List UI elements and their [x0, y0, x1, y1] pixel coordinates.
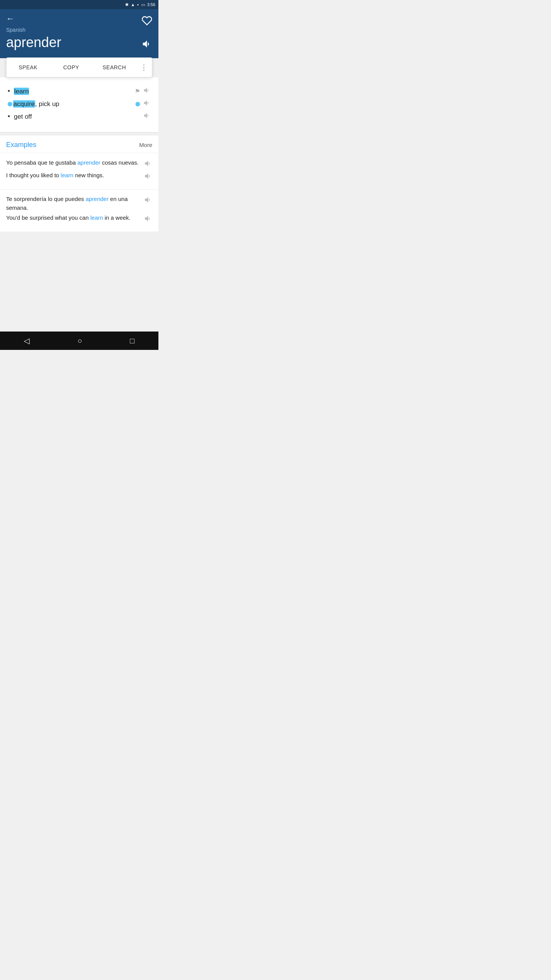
- example-english-row-2: You'd be surprised what you can learn in…: [6, 214, 152, 225]
- translation-item-2: acquire, pick up: [8, 99, 151, 109]
- speaker-button-2[interactable]: [143, 99, 151, 109]
- example-speaker-2b[interactable]: [144, 214, 152, 225]
- example-spanish-text-1: Yo pensaba que te gustaba aprender cosas…: [6, 158, 141, 167]
- example-spanish-row-1: Yo pensaba que te gustaba aprender cosas…: [6, 158, 152, 170]
- example-english-text-2: You'd be surprised what you can learn in…: [6, 214, 141, 222]
- speak-button[interactable]: SPEAK: [7, 59, 50, 76]
- header: ← Spanish aprender: [0, 9, 158, 58]
- translations-card: • learn ⚑ acquire, pick up: [0, 77, 158, 132]
- example-english-row-1: I thought you liked to learn new things.: [6, 171, 152, 182]
- search-button[interactable]: SEARCH: [93, 59, 136, 76]
- bullet-1: •: [8, 87, 10, 95]
- bluetooth-icon: ✱: [125, 2, 129, 7]
- copy-button[interactable]: COPY: [50, 59, 93, 76]
- bullet-3: •: [8, 113, 10, 121]
- example-speaker-1a[interactable]: [144, 159, 152, 170]
- example-spanish-row-2: Te sorprendería lo que puedes aprender e…: [6, 195, 152, 212]
- flag-icon-1: ⚑: [135, 88, 140, 95]
- translation-item-1: • learn ⚑: [8, 87, 151, 96]
- translation-text-1: learn: [14, 88, 132, 95]
- nav-recents-button[interactable]: □: [130, 336, 134, 345]
- signal-icon: ▪: [137, 2, 139, 7]
- highlight-aprender-2: aprender: [86, 196, 109, 202]
- speaker-button-1[interactable]: [143, 87, 151, 96]
- nav-home-button[interactable]: ○: [77, 336, 82, 345]
- translation-text-2: acquire, pick up: [13, 100, 135, 108]
- examples-header: Examples More: [0, 136, 158, 153]
- selection-handle-right: [135, 102, 140, 106]
- example-item-1: Yo pensaba que te gustaba aprender cosas…: [0, 153, 158, 189]
- examples-section: Examples More Yo pensaba que te gustaba …: [0, 136, 158, 232]
- highlight-learn-1: learn: [61, 172, 73, 178]
- highlight-learn-2: learn: [90, 214, 103, 221]
- selected-text-learn: learn: [14, 88, 29, 95]
- selected-text-acquire: acquire: [13, 100, 35, 108]
- heart-button[interactable]: [142, 15, 152, 29]
- battery-icon: ▭: [141, 2, 145, 7]
- nav-back-button[interactable]: ◁: [24, 336, 29, 345]
- translation-text-3: get off: [14, 113, 140, 121]
- speaker-button-3[interactable]: [143, 112, 151, 121]
- more-options-button[interactable]: ⋮: [136, 58, 152, 77]
- bottom-nav: ◁ ○ □: [0, 332, 158, 350]
- example-spanish-text-2: Te sorprendería lo que puedes aprender e…: [6, 195, 141, 212]
- wifi-icon: ▲: [131, 2, 135, 7]
- example-item-2: Te sorprendería lo que puedes aprender e…: [0, 189, 158, 232]
- examples-title: Examples: [6, 141, 36, 149]
- header-speaker-button[interactable]: [142, 39, 152, 52]
- example-speaker-2a[interactable]: [144, 196, 152, 206]
- translation-item-3: • get off: [8, 112, 151, 121]
- time-display: 3:56: [147, 2, 155, 7]
- example-english-text-1: I thought you liked to learn new things.: [6, 171, 141, 180]
- selection-handle-left: [8, 102, 12, 106]
- more-button[interactable]: More: [139, 142, 152, 148]
- back-button[interactable]: ←: [6, 14, 15, 24]
- content-area: • learn ⚑ acquire, pick up: [0, 77, 158, 332]
- language-label: Spanish: [6, 27, 152, 33]
- highlight-aprender-1: aprender: [77, 159, 100, 166]
- status-bar: ✱ ▲ ▪ ▭ 3:56: [0, 0, 158, 9]
- word-title: aprender: [6, 34, 152, 51]
- context-menu: SPEAK COPY SEARCH ⋮: [6, 57, 152, 77]
- example-speaker-1b[interactable]: [144, 172, 152, 182]
